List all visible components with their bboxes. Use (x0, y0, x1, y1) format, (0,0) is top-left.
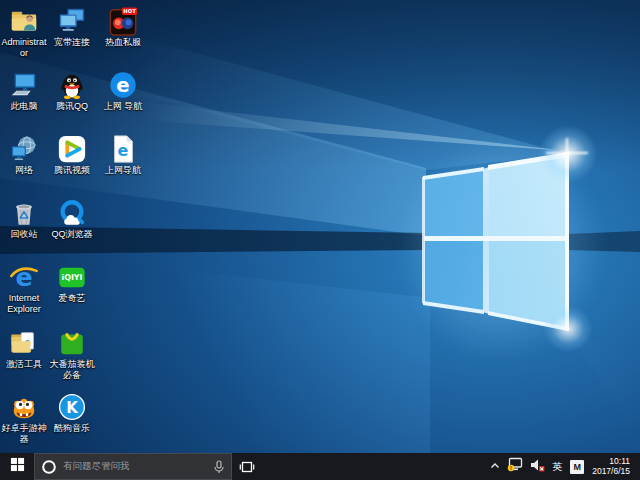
desktop-icon-label: 酷狗音乐 (54, 423, 90, 434)
desktop-icon-activation-tool[interactable]: e 激活工具 (1, 328, 47, 370)
desktop-wallpaper (0, 0, 640, 453)
desktop-icon-haozhuo-games[interactable]: 好卓手游神器 (1, 392, 47, 445)
desktop-icon-label: 腾讯视频 (54, 165, 90, 176)
svg-text:e: e (116, 74, 129, 97)
desktop-icon-label: 激活工具 (6, 359, 42, 370)
start-button[interactable] (0, 453, 34, 480)
taskbar-clock[interactable]: 10:11 2017/6/15 (588, 457, 636, 476)
shopping-bag-icon (57, 328, 87, 358)
desktop-icon-label: QQ浏览器 (51, 229, 92, 240)
internet-explorer-icon: e (9, 262, 39, 292)
desktop-icon-rexue-sifu[interactable]: HOT 热血私服 (97, 6, 149, 48)
desktop-icon-qq-browser[interactable]: QQ浏览器 (49, 198, 95, 240)
play-triangle-icon (57, 134, 87, 164)
desktop-icon-administrator[interactable]: Administrator (1, 6, 47, 59)
qq-browser-icon (57, 198, 87, 228)
svg-text:e: e (118, 141, 129, 160)
corner-sparkle (527, 114, 609, 194)
network-globe-icon (9, 134, 39, 164)
show-hidden-icons-button[interactable] (486, 453, 504, 480)
desktop-icon-label: Administrator (1, 37, 47, 59)
desktop-icon-web-navigation[interactable]: e 上网 导航 (97, 70, 149, 112)
ime-language-indicator[interactable]: 英 (548, 453, 566, 480)
lens-flare (566, 138, 568, 168)
dual-monitor-icon (57, 6, 87, 36)
user-folder-icon (9, 6, 39, 36)
desktop-icon-iqiyi[interactable]: iQIYI 爱奇艺 (49, 262, 95, 304)
edge-document-icon: e (108, 134, 138, 164)
svg-text:HOT: HOT (123, 8, 136, 14)
svg-text:!: ! (510, 465, 512, 471)
desktop-icon-web-navigation-2[interactable]: e 上网导航 (97, 134, 149, 176)
ime-mode-icon[interactable]: M (570, 460, 584, 474)
desktop-icon-kugou-music[interactable]: K 酷狗音乐 (49, 392, 95, 434)
volume-button[interactable] (526, 453, 548, 480)
task-view-button[interactable] (232, 453, 262, 480)
desktop-icon-internet-explorer[interactable]: e Internet Explorer (1, 262, 47, 315)
qq-penguin-icon (57, 70, 87, 100)
folder-document-icon: e (9, 328, 39, 358)
cortana-search-box[interactable]: 有问题尽管问我 (34, 453, 232, 480)
search-placeholder: 有问题尽管问我 (63, 460, 209, 473)
corner-sparkle (535, 298, 601, 360)
desktop-icon-broadband[interactable]: 宽带连接 (49, 6, 95, 48)
network-status-button[interactable]: ! (504, 453, 526, 480)
taskbar-empty-area (262, 453, 486, 480)
game-orb-icon: HOT (108, 6, 138, 36)
desktop-icon-label: 宽带连接 (54, 37, 90, 48)
cortana-icon (41, 459, 57, 475)
desktop-icon-label: 上网 导航 (104, 101, 143, 112)
svg-text:K: K (66, 399, 79, 417)
blue-e-circle-icon: e (108, 70, 138, 100)
monster-icon (9, 392, 39, 422)
taskbar: 有问题尽管问我 ! 英 M 10:11 2017/6/15 (0, 453, 640, 480)
desktop-icon-label: 热血私服 (105, 37, 141, 48)
desktop-icon-label: 回收站 (11, 229, 38, 240)
network-warning-icon: ! (507, 457, 523, 476)
desktop-icon-label: Internet Explorer (1, 293, 47, 315)
chevron-up-icon (489, 458, 501, 476)
windows-logo-icon (10, 457, 25, 476)
desktop-icon-label: 此电脑 (11, 101, 38, 112)
desktop-icon-this-pc[interactable]: 此电脑 (1, 70, 47, 112)
svg-text:iQIYI: iQIYI (61, 273, 82, 282)
desktop-icon-datomato[interactable]: 大番茄装机必备 (49, 328, 95, 381)
microphone-icon[interactable] (213, 460, 225, 474)
desktop-icon-label: 好卓手游神器 (1, 423, 47, 445)
recycle-bin-icon (9, 198, 39, 228)
system-tray: ! 英 M 10:11 2017/6/15 (486, 453, 640, 480)
desktop-icon-label: 爱奇艺 (59, 293, 86, 304)
kugou-icon: K (57, 392, 87, 422)
computer-icon (9, 70, 39, 100)
desktop-icon-label: 上网导航 (105, 165, 141, 176)
desktop-icon-network[interactable]: 网络 (1, 134, 47, 176)
desktop-icon-label: 腾讯QQ (56, 101, 88, 112)
desktop-icon-tencent-qq[interactable]: 腾讯QQ (49, 70, 95, 112)
desktop-icon-label: 网络 (15, 165, 33, 176)
desktop-icon-label: 大番茄装机必备 (49, 359, 95, 381)
speaker-muted-icon (529, 458, 545, 476)
iqiyi-icon: iQIYI (57, 262, 87, 292)
desktop-icon-tencent-video[interactable]: 腾讯视频 (49, 134, 95, 176)
clock-date: 2017/6/15 (592, 467, 630, 477)
desktop-icon-recycle-bin[interactable]: 回收站 (1, 198, 47, 240)
